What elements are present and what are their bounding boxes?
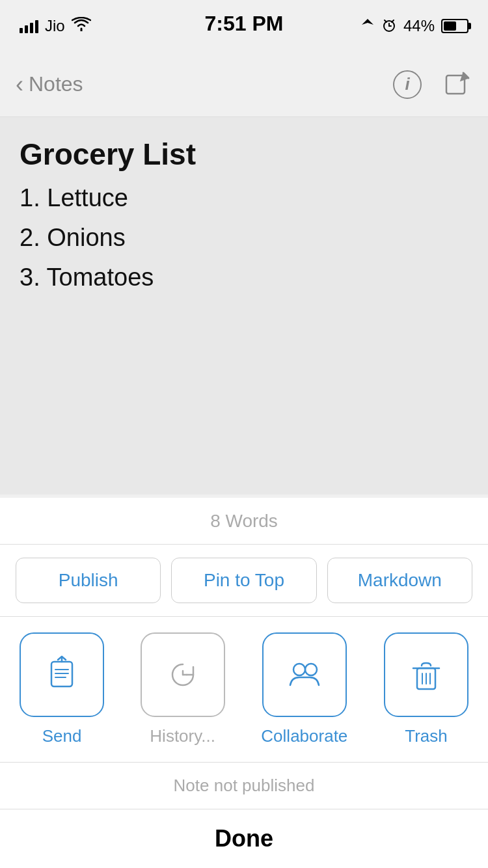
collaborate-button-wrap[interactable]: Collaborate [261,632,347,746]
status-bar: Jio 7:51 PM 44% [0,0,488,52]
send-button-wrap[interactable]: Send [20,632,104,746]
pin-to-top-button[interactable]: Pin to Top [171,558,316,603]
trash-label: Trash [405,726,448,746]
not-published-row: Note not published [0,763,488,809]
note-title: Grocery List [20,137,468,172]
info-icon: i [405,74,409,94]
status-right: 44% [360,17,468,35]
collaborate-icon-box[interactable] [262,632,347,717]
done-row[interactable]: Done [0,809,488,868]
history-label: History... [150,726,215,746]
collaborate-icon [284,654,325,696]
send-label: Send [42,726,82,746]
back-button[interactable]: ‹ Notes [16,71,83,98]
status-left: Jio [20,17,91,35]
not-published-text: Note not published [174,776,315,796]
history-icon-box[interactable] [141,632,225,717]
status-time: 7:51 PM [205,12,284,36]
word-count-row: 8 Words [0,498,488,545]
battery-icon [441,19,468,33]
send-icon [41,654,83,696]
compose-icon [442,70,471,99]
nav-bar: ‹ Notes i [0,52,488,117]
location-icon [360,18,375,34]
bottom-panel: 8 Words Publish Pin to Top Markdown Send [0,498,488,868]
publish-button[interactable]: Publish [16,558,161,603]
wifi-icon [72,17,91,35]
done-button[interactable]: Done [215,825,273,852]
back-arrow-icon: ‹ [16,71,23,98]
carrier-label: Jio [45,17,65,35]
compose-button[interactable] [441,69,472,100]
send-icon-box[interactable] [20,632,104,717]
battery-percent: 44% [403,17,435,35]
signal-bar-4 [35,20,38,33]
note-body[interactable]: 1. Lettuce 2. Onions 3. Tomatoes [20,178,468,297]
signal-bar-2 [25,25,28,33]
markdown-button[interactable]: Markdown [327,558,472,603]
back-label: Notes [29,72,83,96]
trash-icon-box[interactable] [384,632,468,717]
trash-icon [405,654,447,696]
collaborate-label: Collaborate [261,726,347,746]
signal-bars [20,19,38,33]
svg-point-16 [293,664,305,675]
svg-point-17 [305,664,317,675]
history-button-wrap[interactable]: History... [141,632,225,746]
action-buttons-row: Publish Pin to Top Markdown [0,545,488,617]
signal-bar-3 [30,23,33,33]
icon-buttons-row: Send History... [0,617,488,763]
word-count-text: 8 Words [210,511,278,532]
signal-bar-1 [20,28,23,33]
trash-button-wrap[interactable]: Trash [384,632,468,746]
history-icon [162,654,204,696]
battery-fill [444,21,456,31]
info-button[interactable]: i [393,70,422,99]
note-content-area[interactable]: Grocery List 1. Lettuce 2. Onions 3. Tom… [0,117,488,495]
alarm-icon [381,17,397,35]
nav-icons: i [393,69,472,100]
